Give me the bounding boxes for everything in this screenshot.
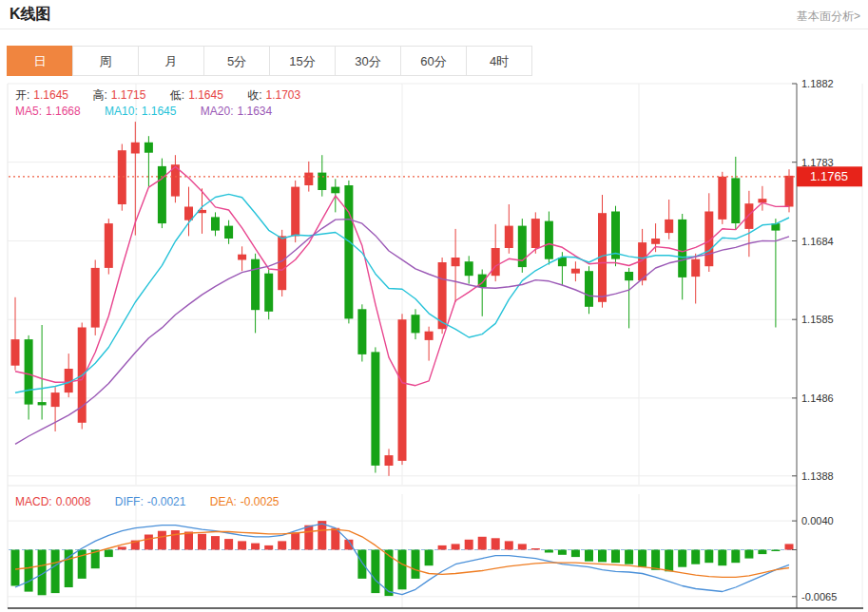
svg-text:1.1585: 1.1585 — [801, 314, 834, 325]
ohlc-legend: 开:1.1645 高:1.1715 低:1.1645 收:1.1703 — [15, 87, 304, 104]
high-value: 1.1715 — [111, 88, 146, 102]
dea-label: DEA: — [210, 495, 237, 508]
dea-value: -0.0025 — [241, 495, 280, 508]
ma20-value: 1.1634 — [237, 105, 272, 118]
low-value: 1.1645 — [188, 88, 223, 102]
diff-label: DIFF: — [115, 495, 144, 508]
ma-legend: MA5:1.1668 MA10:1.1645 MA20:1.1634 — [15, 105, 276, 118]
svg-text:1.1388: 1.1388 — [801, 470, 834, 482]
svg-text:1.1765: 1.1765 — [810, 169, 848, 183]
open-value: 1.1645 — [33, 88, 68, 102]
svg-text:1.1486: 1.1486 — [801, 392, 834, 404]
macd-value: 0.0008 — [56, 495, 91, 508]
svg-text:1.1783: 1.1783 — [801, 157, 834, 168]
ma10-value: 1.1645 — [142, 105, 177, 118]
ma5-label: MA5: — [15, 105, 42, 118]
macd-label: MACD: — [15, 495, 52, 508]
open-label: 开: — [15, 88, 29, 102]
grid-layer — [8, 84, 862, 608]
macd-legend: MACD:0.0008 DIFF:-0.0021 DEA:-0.0025 — [15, 495, 282, 508]
current-price-tag: 1.1765 — [797, 166, 862, 186]
high-label: 高: — [92, 88, 106, 102]
close-value: 1.1703 — [266, 88, 301, 102]
svg-text:1.1684: 1.1684 — [801, 236, 834, 247]
close-label: 收: — [247, 88, 261, 102]
ma5-value: 1.1668 — [46, 105, 81, 118]
svg-text:0.0040: 0.0040 — [801, 515, 834, 526]
svg-text:-0.0065: -0.0065 — [801, 591, 837, 602]
ma10-label: MA10: — [105, 105, 138, 118]
svg-text:1.1882: 1.1882 — [801, 78, 834, 89]
ma20-label: MA20: — [201, 105, 234, 118]
diff-value: -0.0021 — [147, 495, 186, 508]
kline-page: K线图 基本面分析> 日 周 月 5分 15分 30分 60分 4时 开:1.1… — [0, 0, 868, 612]
low-label: 低: — [170, 88, 184, 102]
